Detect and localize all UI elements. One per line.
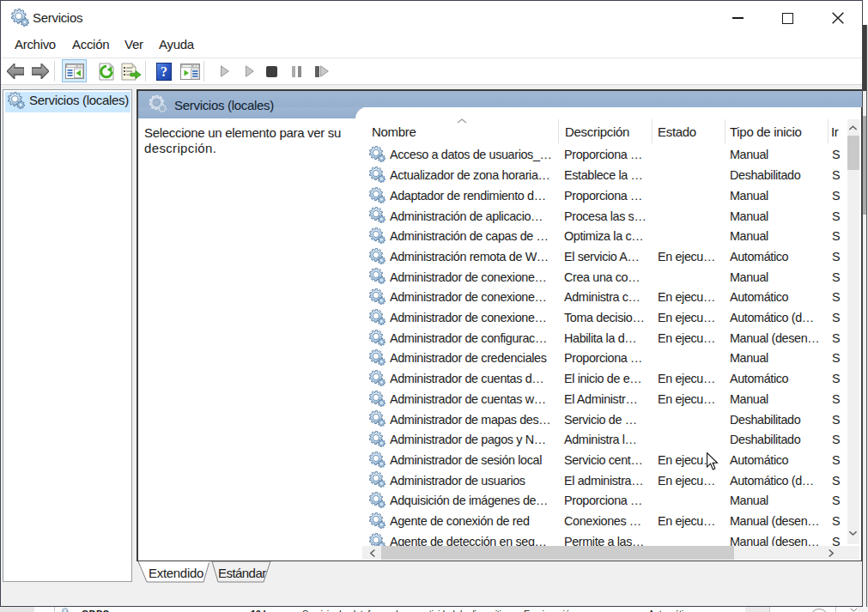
svg-text:?: ? (161, 64, 167, 79)
